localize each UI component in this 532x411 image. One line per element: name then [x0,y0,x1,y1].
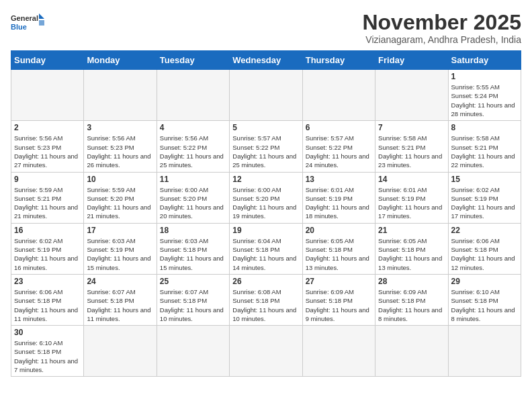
table-row [375,326,448,377]
col-sunday: Sunday [11,51,84,70]
table-row: 9 Sunrise: 5:59 AM Sunset: 5:21 PM Dayli… [11,172,84,223]
table-row [84,70,157,121]
table-row: 29 Sunrise: 6:10 AM Sunset: 5:18 PM Dayl… [448,274,521,325]
day-info: Sunrise: 5:57 AM Sunset: 5:22 PM Dayligh… [306,134,372,169]
table-row [157,70,229,121]
day-info: Sunrise: 6:10 AM Sunset: 5:18 PM Dayligh… [451,287,518,323]
day-number: 15 [451,175,518,184]
day-number: 10 [87,175,153,184]
day-info: Sunrise: 6:00 AM Sunset: 5:20 PM Dayligh… [232,185,299,221]
table-row: 27 Sunrise: 6:09 AM Sunset: 5:18 PM Dayl… [302,274,375,325]
table-row: 16 Sunrise: 6:02 AM Sunset: 5:19 PM Dayl… [11,223,84,274]
col-thursday: Thursday [302,51,375,70]
day-info: Sunrise: 6:01 AM Sunset: 5:19 PM Dayligh… [378,185,445,221]
table-row [375,70,448,121]
table-row: 14 Sunrise: 6:01 AM Sunset: 5:19 PM Dayl… [375,172,448,223]
col-wednesday: Wednesday [230,51,302,70]
table-row: 20 Sunrise: 6:05 AM Sunset: 5:18 PM Dayl… [302,223,375,274]
day-info: Sunrise: 6:05 AM Sunset: 5:18 PM Dayligh… [306,236,372,272]
day-info: Sunrise: 6:07 AM Sunset: 5:18 PM Dayligh… [87,287,153,323]
day-info: Sunrise: 6:10 AM Sunset: 5:18 PM Dayligh… [14,338,81,374]
day-info: Sunrise: 6:08 AM Sunset: 5:18 PM Dayligh… [232,287,299,323]
day-number: 3 [87,123,153,132]
table-row: 22 Sunrise: 6:06 AM Sunset: 5:18 PM Dayl… [448,223,521,274]
table-row: 3 Sunrise: 5:56 AM Sunset: 5:23 PM Dayli… [84,121,157,172]
table-row: 21 Sunrise: 6:05 AM Sunset: 5:18 PM Dayl… [375,223,448,274]
day-info: Sunrise: 6:09 AM Sunset: 5:18 PM Dayligh… [378,287,445,323]
svg-marker-2 [39,13,44,19]
table-row: 23 Sunrise: 6:06 AM Sunset: 5:18 PM Dayl… [11,274,84,325]
day-number: 25 [160,277,226,286]
day-info: Sunrise: 5:57 AM Sunset: 5:22 PM Dayligh… [232,134,299,169]
day-number: 6 [306,123,372,132]
day-info: Sunrise: 6:02 AM Sunset: 5:19 PM Dayligh… [14,236,81,272]
col-tuesday: Tuesday [157,51,229,70]
day-number: 7 [378,123,445,132]
day-info: Sunrise: 6:06 AM Sunset: 5:18 PM Dayligh… [451,236,518,272]
day-info: Sunrise: 5:56 AM Sunset: 5:23 PM Dayligh… [87,134,153,169]
table-row: 12 Sunrise: 6:00 AM Sunset: 5:20 PM Dayl… [230,172,302,223]
table-row: 4 Sunrise: 5:56 AM Sunset: 5:22 PM Dayli… [157,121,229,172]
day-number: 5 [232,123,299,132]
logo: General Blue [11,11,44,38]
table-row [11,70,84,121]
table-row [230,326,302,377]
table-row: 8 Sunrise: 5:58 AM Sunset: 5:21 PM Dayli… [448,121,521,172]
day-number: 2 [14,123,81,132]
calendar-row: 16 Sunrise: 6:02 AM Sunset: 5:19 PM Dayl… [11,223,521,274]
table-row: 5 Sunrise: 5:57 AM Sunset: 5:22 PM Dayli… [230,121,302,172]
table-row [302,70,375,121]
table-row: 6 Sunrise: 5:57 AM Sunset: 5:22 PM Dayli… [302,121,375,172]
day-info: Sunrise: 6:00 AM Sunset: 5:20 PM Dayligh… [160,185,226,221]
day-number: 27 [306,277,372,286]
calendar-row: 30 Sunrise: 6:10 AM Sunset: 5:18 PM Dayl… [11,326,521,377]
day-number: 23 [14,277,81,286]
svg-rect-3 [39,20,44,26]
table-row: 10 Sunrise: 5:59 AM Sunset: 5:20 PM Dayl… [84,172,157,223]
header-row: Sunday Monday Tuesday Wednesday Thursday… [11,51,521,70]
day-info: Sunrise: 5:58 AM Sunset: 5:21 PM Dayligh… [378,134,445,169]
table-row: 19 Sunrise: 6:04 AM Sunset: 5:18 PM Dayl… [230,223,302,274]
table-row: 26 Sunrise: 6:08 AM Sunset: 5:18 PM Dayl… [230,274,302,325]
day-number: 30 [14,328,81,337]
table-row: 11 Sunrise: 6:00 AM Sunset: 5:20 PM Dayl… [157,172,229,223]
day-number: 17 [87,226,153,235]
table-row: 17 Sunrise: 6:03 AM Sunset: 5:19 PM Dayl… [84,223,157,274]
table-row: 18 Sunrise: 6:03 AM Sunset: 5:18 PM Dayl… [157,223,229,274]
location: Vizianagaram, Andhra Pradesh, India [362,34,521,45]
day-number: 20 [306,226,372,235]
table-row: 1 Sunrise: 5:55 AM Sunset: 5:24 PM Dayli… [448,70,521,121]
title-area: November 2025 Vizianagaram, Andhra Prade… [362,11,521,45]
calendar-row: 2 Sunrise: 5:56 AM Sunset: 5:23 PM Dayli… [11,121,521,172]
table-row: 24 Sunrise: 6:07 AM Sunset: 5:18 PM Dayl… [84,274,157,325]
table-row [157,326,229,377]
day-info: Sunrise: 5:58 AM Sunset: 5:21 PM Dayligh… [451,134,518,169]
day-number: 13 [306,175,372,184]
table-row: 13 Sunrise: 6:01 AM Sunset: 5:19 PM Dayl… [302,172,375,223]
calendar: Sunday Monday Tuesday Wednesday Thursday… [11,50,521,377]
day-number: 16 [14,226,81,235]
day-info: Sunrise: 6:05 AM Sunset: 5:18 PM Dayligh… [378,236,445,272]
day-info: Sunrise: 6:03 AM Sunset: 5:19 PM Dayligh… [87,236,153,272]
day-number: 18 [160,226,226,235]
month-title: November 2025 [362,11,521,34]
svg-text:Blue: Blue [11,23,27,31]
table-row: 28 Sunrise: 6:09 AM Sunset: 5:18 PM Dayl… [375,274,448,325]
table-row: 15 Sunrise: 6:02 AM Sunset: 5:19 PM Dayl… [448,172,521,223]
table-row: 25 Sunrise: 6:07 AM Sunset: 5:18 PM Dayl… [157,274,229,325]
day-info: Sunrise: 5:59 AM Sunset: 5:20 PM Dayligh… [87,185,153,221]
day-number: 22 [451,226,518,235]
table-row [448,326,521,377]
day-number: 26 [232,277,299,286]
day-info: Sunrise: 5:59 AM Sunset: 5:21 PM Dayligh… [14,185,81,221]
day-number: 12 [232,175,299,184]
calendar-row: 1 Sunrise: 5:55 AM Sunset: 5:24 PM Dayli… [11,70,521,121]
table-row [230,70,302,121]
day-info: Sunrise: 6:09 AM Sunset: 5:18 PM Dayligh… [306,287,372,323]
day-info: Sunrise: 5:55 AM Sunset: 5:24 PM Dayligh… [451,83,518,118]
day-number: 21 [378,226,445,235]
header: General Blue November 2025 Vizianagaram,… [11,11,521,45]
day-number: 28 [378,277,445,286]
day-number: 9 [14,175,81,184]
day-number: 29 [451,277,518,286]
